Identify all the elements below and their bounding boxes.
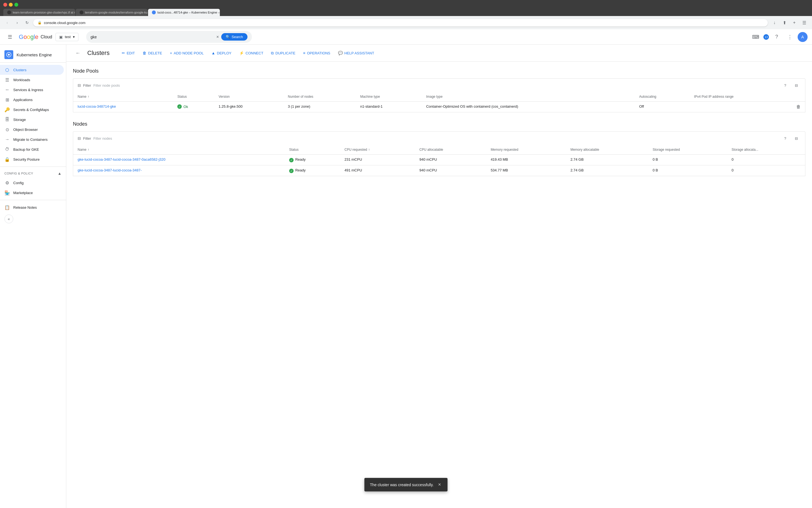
- sidebar-item-clusters[interactable]: ⬡ Clusters: [0, 65, 64, 75]
- hamburger-menu-button[interactable]: ☰: [4, 32, 15, 43]
- logo-letter-o2: o: [27, 33, 30, 40]
- nodes-col-cpu-requested[interactable]: CPU requested ↑: [340, 145, 415, 155]
- sidebar-collapse-button[interactable]: «: [4, 214, 13, 223]
- node-1-name-cell: gke-lucid-cocoa-3487-lucid-cocoa-3487-0a…: [73, 155, 285, 165]
- operations-button[interactable]: ≡ OPERATIONS: [300, 49, 333, 57]
- deploy-button[interactable]: ▲ DEPLOY: [208, 49, 235, 57]
- content-area: Node Pools ⊟ Filter Filter node pools ? …: [66, 61, 812, 183]
- account-button[interactable]: A: [798, 32, 808, 42]
- sidebar-item-config[interactable]: ⚙ Config: [0, 178, 64, 188]
- nodes-table-body: gke-lucid-cocoa-3487-lucid-cocoa-3487-0a…: [73, 155, 805, 176]
- full-wrapper: learn-terraform-provision-gke-cluster/vp…: [0, 0, 812, 508]
- nodes-col-memory-requested: Memory requested: [486, 145, 566, 155]
- node-1-name-link[interactable]: gke-lucid-cocoa-3487-lucid-cocoa-3487-0a…: [78, 157, 165, 162]
- nodes-col-name[interactable]: Name ↑: [73, 145, 285, 155]
- sidebar-item-label-release-notes: Release Notes: [13, 205, 37, 210]
- download-button[interactable]: ↓: [770, 18, 779, 27]
- node-pool-status-cell: ✓ Ok: [173, 101, 214, 112]
- sidebar-title: Kubernetes Engine: [16, 52, 52, 57]
- logo-letter-g2: g: [30, 33, 34, 40]
- close-button[interactable]: [3, 3, 7, 7]
- search-input[interactable]: [91, 35, 214, 39]
- sidebar-item-security-posture[interactable]: 🔒 Security Posture: [0, 154, 64, 164]
- sidebar-item-secrets-configmaps[interactable]: 🔑 Secrets & ConfigMaps: [0, 104, 64, 115]
- help-assistant-button[interactable]: 💬 HELP ASSISTANT: [335, 49, 377, 57]
- release-notes-icon: 📋: [4, 205, 10, 210]
- duplicate-icon: ⧉: [271, 51, 274, 55]
- browser-tabs: learn-terraform-provision-gke-cluster/vp…: [3, 9, 809, 16]
- notification-badge[interactable]: 13: [763, 34, 769, 40]
- header-actions: ⌨ 13 ? ⋮ A: [750, 32, 808, 43]
- deploy-icon: ▲: [211, 51, 215, 55]
- delete-button[interactable]: 🗑 DELETE: [139, 49, 165, 57]
- node-pools-filter-label[interactable]: Filter: [83, 83, 91, 87]
- project-selector[interactable]: ▣ test ▾: [55, 33, 78, 41]
- minimize-button[interactable]: [9, 3, 13, 7]
- node-pool-delete-button[interactable]: 🗑: [796, 104, 801, 109]
- nodes-table: Name ↑ Status CPU requested ↑: [73, 145, 805, 176]
- node-1-status-text: Ready: [295, 157, 306, 162]
- node-pools-table-body: lucid-cocoa-348714-gke ✓ Ok 1.25.8-gke.5…: [73, 101, 805, 112]
- node-pool-name-link[interactable]: lucid-cocoa-348714-gke: [78, 104, 116, 109]
- duplicate-label: DUPLICATE: [275, 51, 295, 55]
- browser-tab-3[interactable]: lucid-coco...48714-gke – Kubernetes Engi…: [148, 9, 220, 16]
- sidebar-item-storage[interactable]: 🗄 Storage: [0, 115, 64, 125]
- node-pool-status-icon: ✓: [177, 104, 182, 109]
- sidebar-item-label-migrate: Migrate to Containers: [13, 137, 47, 142]
- more-options-button[interactable]: ⋮: [784, 32, 796, 43]
- sidebar-item-migrate-containers[interactable]: → Migrate to Containers: [0, 134, 64, 144]
- cloud-shell-button[interactable]: ⌨: [750, 32, 761, 43]
- operations-label: OPERATIONS: [307, 51, 330, 55]
- toast-close-button[interactable]: ×: [437, 482, 442, 488]
- nodes-filter-placeholder: Filter nodes: [93, 136, 112, 140]
- node-pools-help-button[interactable]: ?: [781, 81, 789, 90]
- connect-button[interactable]: ⚡ CONNECT: [236, 49, 267, 57]
- node-pools-col-image-type: Image type: [422, 92, 635, 101]
- node-2-name-link[interactable]: gke-lucid-cocoa-3487-lucid-cocoa-3487-: [78, 168, 142, 172]
- node-pools-col-name[interactable]: Name ↑: [73, 92, 173, 101]
- sidebar-item-services-ingress[interactable]: ↔ Services & Ingress: [0, 85, 64, 95]
- nodes-columns-button[interactable]: ⊟: [792, 134, 801, 143]
- edit-icon: ✏: [122, 51, 125, 55]
- sidebar: Kubernetes Engine ⬡ Clusters ☰ Workloads…: [0, 45, 66, 508]
- sidebar-item-object-browser[interactable]: ⊙ Object Browser: [0, 125, 64, 134]
- project-dropdown-icon: ▾: [73, 35, 75, 39]
- duplicate-button[interactable]: ⧉ DUPLICATE: [268, 49, 298, 57]
- extensions-button[interactable]: ☰: [800, 18, 809, 27]
- nodes-filter-label[interactable]: Filter: [83, 136, 91, 140]
- nodes-help-button[interactable]: ?: [781, 134, 789, 143]
- new-tab-button[interactable]: +: [790, 18, 799, 27]
- edit-button[interactable]: ✏ EDIT: [119, 49, 138, 57]
- sidebar-item-workloads[interactable]: ☰ Workloads: [0, 75, 64, 85]
- sidebar-item-marketplace[interactable]: 🏪 Marketplace: [0, 188, 64, 198]
- browser-tab-1[interactable]: learn-terraform-provision-gke-cluster/vp…: [3, 9, 75, 16]
- node-pool-image-type-cell: Container-Optimized OS with containerd (…: [422, 101, 635, 112]
- node-2-status-icon: ✓: [289, 169, 294, 173]
- forward-nav-button[interactable]: ›: [13, 19, 21, 27]
- sidebar-divider-2: [0, 200, 66, 200]
- maximize-button[interactable]: [14, 3, 18, 7]
- sidebar-item-applications[interactable]: ⊞ Applications: [0, 95, 64, 104]
- back-nav-button[interactable]: ‹: [3, 19, 11, 27]
- traffic-lights: [3, 3, 809, 7]
- reload-button[interactable]: ↻: [23, 19, 31, 27]
- address-bar[interactable]: 🔒 console.cloud.google.com: [33, 19, 768, 27]
- github-favicon-1: [7, 10, 11, 14]
- page-header: ← Clusters ✏ EDIT 🗑 DELETE +: [66, 45, 812, 61]
- browser-chrome: learn-terraform-provision-gke-cluster/vp…: [0, 0, 812, 16]
- back-button[interactable]: ←: [73, 48, 83, 58]
- app-body: Kubernetes Engine ⬡ Clusters ☰ Workloads…: [0, 45, 812, 508]
- add-node-pool-button[interactable]: + ADD NODE POOL: [167, 49, 207, 57]
- browser-tab-2[interactable]: terraform-google-modules/terraform-googl…: [76, 9, 148, 16]
- node-pools-columns-button[interactable]: ⊟: [792, 81, 801, 90]
- share-button[interactable]: ⬆: [780, 18, 789, 27]
- node-pools-section-title: Node Pools: [73, 68, 805, 74]
- search-clear-icon[interactable]: ×: [216, 35, 219, 40]
- config-policy-section[interactable]: Config & Policy ▲: [0, 169, 66, 178]
- search-button[interactable]: 🔍 Search: [221, 33, 247, 41]
- sidebar-item-backup-gke[interactable]: ⏱ Backup for GKE: [0, 144, 64, 154]
- help-button[interactable]: ?: [771, 32, 782, 43]
- nodes-col-cpu-requested-label: CPU requested: [344, 148, 367, 152]
- delete-label: DELETE: [148, 51, 162, 55]
- sidebar-item-release-notes[interactable]: 📋 Release Notes: [0, 202, 64, 212]
